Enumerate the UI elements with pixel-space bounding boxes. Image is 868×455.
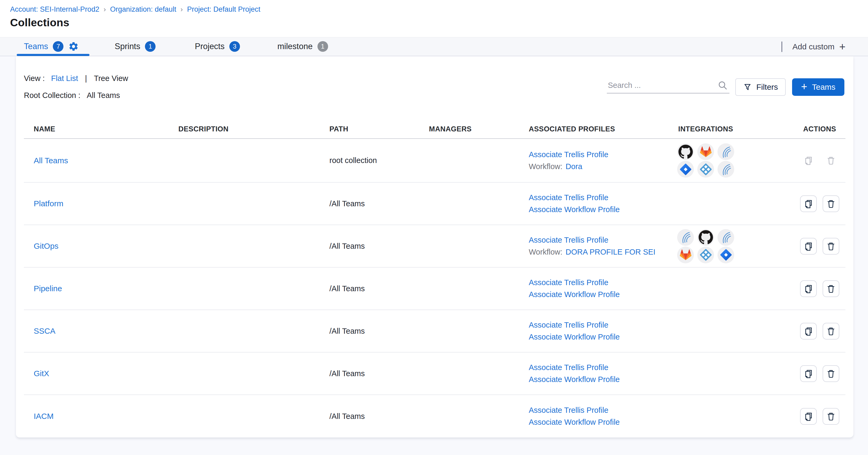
delete-collection-icon	[826, 326, 836, 336]
collection-name-link[interactable]: Pipeline	[34, 284, 62, 293]
associate-trellis-profile-link[interactable]: Associate Trellis Profile	[529, 236, 678, 244]
name-cell: Platform	[24, 199, 178, 208]
delete-collection-icon	[826, 284, 836, 294]
workflow-profile-name-link[interactable]: Dora	[566, 162, 582, 171]
copy-collection-button[interactable]	[800, 195, 817, 212]
delete-collection-icon	[826, 412, 836, 421]
flat-list-view-link[interactable]: Flat List	[51, 74, 78, 83]
associate-workflow-profile-link[interactable]: Associate Workflow Profile	[529, 205, 620, 214]
collection-name-link[interactable]: All Teams	[34, 156, 68, 165]
collection-name-link[interactable]: IACM	[34, 412, 54, 421]
path-cell: /All Teams	[330, 242, 429, 251]
workflow-label: Workflow:	[529, 248, 562, 256]
copy-collection-button[interactable]	[800, 323, 817, 339]
header-description: DESCRIPTION	[178, 125, 330, 133]
associate-trellis-profile-link[interactable]: Associate Trellis Profile	[529, 406, 678, 415]
delete-collection-button[interactable]	[823, 365, 839, 382]
search-box	[607, 78, 730, 93]
associate-trellis-profile-link[interactable]: Associate Trellis Profile	[529, 278, 678, 287]
path-cell: /All Teams	[330, 284, 429, 293]
collection-name-link[interactable]: GitX	[34, 369, 49, 378]
copy-collection-icon	[804, 369, 813, 378]
integration-icon-row	[677, 143, 794, 160]
integrations-cell	[677, 229, 794, 263]
workflow-line: Associate Workflow Profile	[529, 333, 678, 341]
collections-table: NAME DESCRIPTION PATH MANAGERS ASSOCIATE…	[24, 120, 845, 437]
breadcrumb-account-link[interactable]: Account: SEI-Internal-Prod2	[10, 5, 99, 13]
tab-sprints[interactable]: Sprints 1	[115, 37, 156, 56]
associated-profiles-cell: Associate Trellis ProfileWorkflow:Dora	[529, 150, 678, 171]
active-tab-underline	[17, 54, 89, 56]
integration-icon-row	[677, 229, 794, 246]
name-cell: IACM	[24, 412, 178, 421]
integration-harness-icon	[717, 229, 734, 246]
root-collection-value: All Teams	[87, 91, 120, 100]
view-divider: |	[85, 74, 87, 83]
filters-button[interactable]: Filters	[735, 78, 786, 96]
associate-workflow-profile-link[interactable]: Associate Workflow Profile	[529, 290, 620, 299]
delete-collection-button[interactable]	[823, 323, 839, 339]
delete-collection-button[interactable]	[823, 195, 839, 212]
breadcrumb-organization-link[interactable]: Organization: default	[110, 5, 176, 13]
associate-trellis-profile-link[interactable]: Associate Trellis Profile	[529, 321, 678, 329]
add-custom-button[interactable]: Add custom +	[792, 41, 845, 52]
header-integrations: INTEGRATIONS	[678, 125, 794, 133]
copy-collection-icon	[804, 326, 813, 336]
name-cell: GitOps	[24, 242, 178, 251]
delete-collection-button[interactable]	[823, 238, 839, 254]
copy-collection-icon	[804, 412, 813, 421]
copy-collection-button	[800, 152, 817, 169]
table-row: GitOps/All TeamsAssociate Trellis Profil…	[24, 225, 845, 268]
name-cell: Pipeline	[24, 284, 178, 293]
delete-collection-button[interactable]	[823, 280, 839, 297]
collection-name-link[interactable]: Platform	[34, 199, 63, 208]
search-input[interactable]	[607, 81, 717, 90]
plus-icon: +	[801, 81, 807, 92]
collection-name-link[interactable]: GitOps	[34, 242, 58, 250]
integration-icon-row	[677, 161, 794, 178]
add-teams-button-label: Teams	[812, 83, 835, 92]
breadcrumb-project-link[interactable]: Project: Default Project	[187, 5, 260, 13]
delete-collection-icon	[826, 199, 836, 209]
workflow-profile-name-link[interactable]: DORA PROFILE FOR SEI	[566, 248, 655, 256]
integration-harness-icon	[717, 143, 734, 160]
header-managers: MANAGERS	[429, 125, 529, 133]
associate-workflow-profile-link[interactable]: Associate Workflow Profile	[529, 418, 620, 426]
tab-teams-count-badge: 7	[53, 41, 63, 52]
tab-teams[interactable]: Teams 7	[24, 37, 79, 56]
page-title: Collections	[10, 17, 69, 29]
actions-cell	[794, 408, 845, 425]
tree-view-link[interactable]: Tree View	[94, 74, 128, 83]
associate-workflow-profile-link[interactable]: Associate Workflow Profile	[529, 333, 620, 341]
root-collection-line: Root Collection : All Teams	[24, 91, 120, 100]
associate-workflow-profile-link[interactable]: Associate Workflow Profile	[529, 375, 620, 384]
table-row: SSCA/All TeamsAssociate Trellis ProfileA…	[24, 310, 845, 353]
tab-teams-label: Teams	[24, 42, 48, 51]
breadcrumb-separator: ›	[181, 5, 183, 13]
tab-projects[interactable]: Projects 3	[195, 37, 240, 56]
root-collection-label: Root Collection :	[24, 91, 81, 100]
breadcrumb-separator: ›	[103, 5, 106, 13]
copy-collection-button[interactable]	[800, 408, 817, 425]
collection-name-link[interactable]: SSCA	[34, 327, 56, 335]
workflow-label: Workflow:	[529, 162, 562, 171]
workflow-line: Associate Workflow Profile	[529, 205, 678, 214]
tab-projects-count-badge: 3	[229, 41, 240, 52]
delete-collection-button[interactable]	[823, 408, 839, 425]
copy-collection-button[interactable]	[800, 365, 817, 382]
tab-milestone[interactable]: milestone 1	[277, 37, 328, 56]
integration-jira-icon	[717, 247, 734, 263]
associate-trellis-profile-link[interactable]: Associate Trellis Profile	[529, 363, 678, 372]
associate-trellis-profile-link[interactable]: Associate Trellis Profile	[529, 150, 678, 159]
gear-icon[interactable]	[68, 41, 79, 52]
copy-collection-button[interactable]	[800, 280, 817, 297]
associate-trellis-profile-link[interactable]: Associate Trellis Profile	[529, 193, 678, 202]
workflow-line: Workflow:DORA PROFILE FOR SEI	[529, 248, 678, 256]
integrations-cell	[677, 143, 794, 178]
tab-sprints-label: Sprints	[115, 42, 140, 51]
add-custom-label: Add custom	[792, 42, 834, 51]
copy-collection-button[interactable]	[800, 238, 817, 254]
integration-icon-row	[677, 247, 794, 263]
path-cell: /All Teams	[330, 200, 429, 208]
add-teams-button[interactable]: + Teams	[792, 78, 844, 96]
